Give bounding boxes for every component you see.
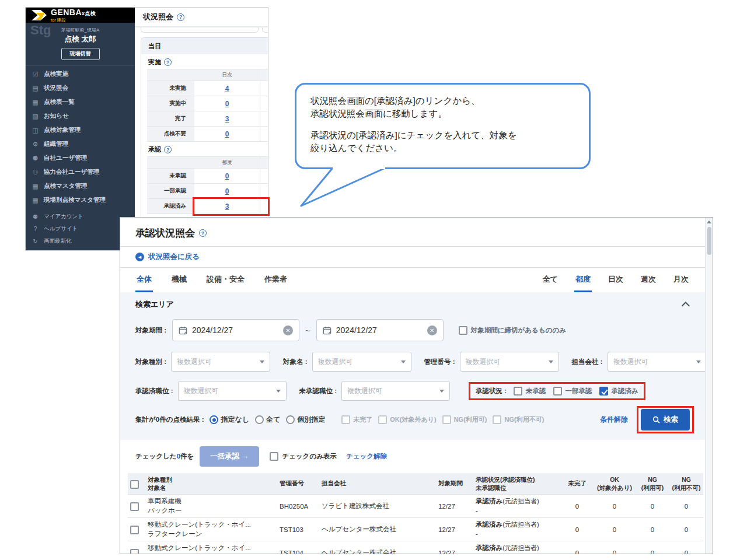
help-icon[interactable]: ?	[164, 58, 172, 66]
target-name-select[interactable]: 複数選択可	[312, 352, 411, 372]
chevron-up-icon[interactable]	[682, 302, 690, 310]
sidebar-item-org-mgmt[interactable]: ⚙組織管理	[26, 137, 135, 151]
exec-unnecessary-link[interactable]: 0	[225, 130, 229, 138]
select-all-checkbox[interactable]	[130, 480, 139, 489]
unapproved-rank-select[interactable]: 複数選択可	[341, 381, 450, 401]
approved-checkbox[interactable]	[599, 387, 608, 396]
ng-unusable-checkbox[interactable]	[493, 415, 501, 424]
help-icon[interactable]: ?	[199, 229, 207, 237]
exec-not-done-link[interactable]: 4	[225, 85, 229, 93]
date-from-input[interactable]: 2024/12/27 ✕	[172, 319, 299, 341]
table-row: 未実施4	[147, 81, 268, 96]
row-checkbox[interactable]	[130, 502, 139, 511]
row-checkbox[interactable]	[130, 526, 139, 534]
genba-logo-icon	[32, 8, 47, 23]
site-master-table-icon: ▦	[32, 197, 39, 204]
clear-date-icon[interactable]: ✕	[427, 326, 437, 335]
sidebar-item-status-inquiry[interactable]: ▤状況照会	[26, 81, 135, 95]
target-type-label: 対象種別 :	[135, 358, 166, 366]
scrollbar[interactable]	[705, 218, 713, 554]
calendar-icon	[323, 326, 331, 335]
clear-checks-link[interactable]: チェック解除	[346, 452, 387, 461]
page-header: 承認状況照会 ?	[120, 218, 705, 246]
approval-none-link[interactable]: 0	[225, 172, 229, 180]
zero-result-checkboxes: 未完了 OK(対象外あり) NG(利用可) NG(利用不可)	[336, 415, 544, 424]
chevron-down-icon	[696, 360, 701, 363]
company-select[interactable]: 複数選択可	[608, 352, 705, 372]
back-arrow-icon[interactable]: ◀	[135, 253, 144, 261]
briefcase-icon: ◫	[32, 127, 39, 134]
users-icon: ⚉	[32, 155, 39, 162]
sidebar-item-site-master-mgmt[interactable]: ▦現場別点検マスタ管理	[26, 193, 135, 207]
help-icon[interactable]: ?	[164, 146, 172, 153]
show-checked-only-checkbox[interactable]	[270, 452, 278, 461]
scrollbar-thumb[interactable]	[707, 227, 711, 255]
mgmt-number-label: 管理番号 :	[424, 358, 455, 366]
sidebar-item-my-account[interactable]: ⚉マイアカウント	[26, 211, 135, 223]
range-separator: ~	[305, 326, 310, 335]
unapproved-checkbox[interactable]	[514, 387, 522, 396]
status-inquiry-window: GENBAx点検 for 建設 Stg 茅場町駅前_現場A 点検 太郎 現場切替…	[25, 7, 268, 251]
tab-machines[interactable]: 機械	[170, 268, 188, 292]
approved-rank-select[interactable]: 複数選択可	[178, 381, 287, 401]
sidebar-item-inspection-exec[interactable]: ☑点検実施	[26, 67, 135, 81]
date-to-input[interactable]: 2024/12/27 ✕	[316, 319, 444, 341]
radio-all[interactable]	[255, 415, 264, 424]
sidebar-item-sheet-list[interactable]: ▦点検表一覧	[26, 95, 135, 109]
org-chart-icon: ⚙	[32, 141, 39, 148]
mgmt-number-select[interactable]: 複数選択可	[460, 352, 559, 372]
ok-excluded-checkbox[interactable]	[378, 415, 387, 424]
tab-freq-weekly[interactable]: 週次	[640, 268, 657, 292]
tab-freq-daily[interactable]: 日次	[607, 268, 624, 292]
scrollbar-up-arrow[interactable]	[706, 218, 713, 226]
clear-date-icon[interactable]: ✕	[283, 326, 293, 335]
radio-individual[interactable]	[286, 415, 295, 424]
callout-paragraph-2: 承認状況の[承認済み]にチェックを入れて、対象を絞り込んでください。	[310, 129, 575, 155]
search-button[interactable]: 検索	[641, 409, 690, 430]
bulk-action-row: チェックした0件を 一括承認 → チェックのみ表示 チェック解除	[120, 440, 705, 473]
deadline-only-checkbox[interactable]	[459, 326, 467, 335]
tab-equipment-safety[interactable]: 設備・安全	[205, 268, 246, 292]
ng-usable-checkbox[interactable]	[442, 415, 451, 424]
approval-partial-link[interactable]: 0	[225, 187, 229, 195]
tab-freq-each-time[interactable]: 都度	[574, 268, 592, 292]
back-to-status-link[interactable]: 状況照会に戻る	[148, 252, 200, 262]
tab-workers[interactable]: 作業者	[263, 268, 288, 292]
tab-all-targets[interactable]: 全体	[135, 268, 153, 292]
tabs-row: 全体 機械 設備・安全 作業者 全て 都度 日次 週次 月次	[120, 268, 705, 292]
target-type-select[interactable]: 複数選択可	[171, 352, 270, 372]
sidebar-item-partner-users[interactable]: ⚇協力会社ユーザ管理	[26, 165, 135, 179]
site-switch-button[interactable]: 現場切替	[61, 48, 100, 60]
sidebar-item-target-mgmt[interactable]: ◫点検対象管理	[26, 123, 135, 137]
sidebar-item-refresh[interactable]: ↻画面最新化	[26, 235, 135, 247]
unapproved-rank-label: 未承認職位 :	[299, 387, 337, 396]
partial-approved-checkbox[interactable]	[553, 387, 562, 396]
sidebar-item-help-site[interactable]: ?ヘルプサイト	[26, 223, 135, 235]
master-table-icon: ▦	[32, 183, 39, 190]
refresh-icon: ↻	[32, 238, 39, 244]
incomplete-checkbox[interactable]	[341, 415, 350, 424]
zero-result-label: 集計が0件の点検結果 :	[135, 415, 204, 424]
status-chart-icon: ▤	[32, 85, 39, 92]
help-icon[interactable]: ?	[177, 13, 184, 21]
approval-section-label: 承認 ?	[141, 142, 268, 156]
row-checkbox[interactable]	[130, 549, 139, 554]
checked-count-text: チェックした0件を	[135, 452, 194, 461]
user-block: Stg 茅場町駅前_現場A 点検 太郎 現場切替	[26, 23, 135, 66]
table-row: 未承認0	[147, 169, 268, 184]
calendar-icon	[179, 326, 187, 335]
exec-done-link[interactable]: 3	[225, 115, 229, 123]
date-from-value: 2024/12/27	[192, 326, 233, 335]
sidebar-item-master-mgmt[interactable]: ▦点検マスタ管理	[26, 179, 135, 193]
account-icon: ⚉	[32, 214, 39, 220]
tab-freq-monthly[interactable]: 月次	[672, 268, 690, 292]
bulk-approve-button[interactable]: 一括承認 →	[200, 446, 259, 467]
approval-column-header: 都度	[194, 157, 260, 168]
sidebar-item-own-users[interactable]: ⚉自社ユーザ管理	[26, 151, 135, 165]
clear-conditions-link[interactable]: 条件解除	[600, 415, 628, 425]
radio-no-spec[interactable]	[210, 415, 218, 424]
tab-freq-all[interactable]: 全て	[542, 268, 559, 292]
exec-in-progress-link[interactable]: 0	[225, 100, 229, 108]
approval-approved-link[interactable]: 3	[225, 202, 229, 211]
sidebar-item-notice[interactable]: ▧お知らせ	[26, 109, 135, 123]
